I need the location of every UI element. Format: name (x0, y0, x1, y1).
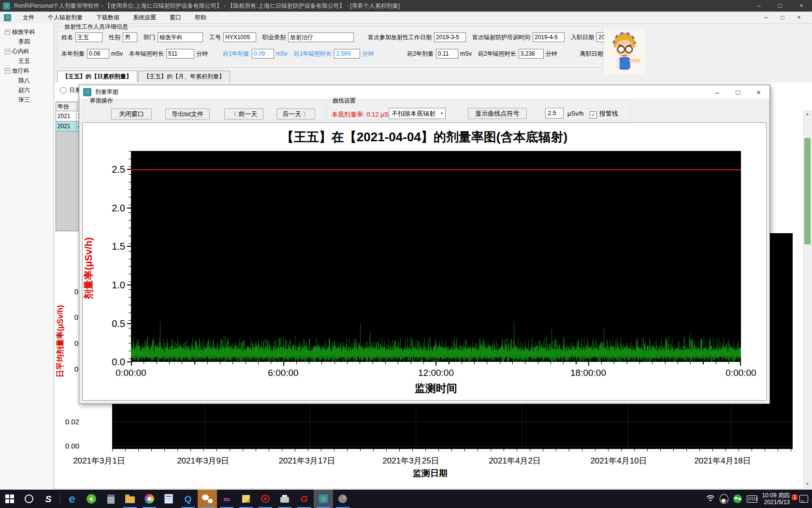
tree-label[interactable]: 核医学科 (12, 28, 35, 36)
bg-xtick-date: 2021年3月25日 (370, 455, 452, 466)
tab-month-year-cumulative-dose[interactable]: 【王五】的【月、年累积剂量】 (138, 71, 230, 82)
collapse-icon[interactable] (5, 49, 10, 54)
background-subtract-dropdown[interactable]: 不扣除本底辐射 (389, 108, 446, 119)
dialog-maximize-button[interactable]: □ (736, 88, 740, 96)
qq-browser-button[interactable]: Q (178, 490, 198, 508)
radio-icon[interactable] (60, 87, 67, 94)
child-restore-button[interactable]: □ (776, 14, 789, 21)
calculator-button[interactable] (101, 490, 120, 508)
dev-tool-button[interactable]: ∞ (217, 490, 236, 508)
collapse-icon[interactable] (5, 68, 10, 74)
year-exposure-input[interactable]: 511 (166, 49, 194, 59)
tab-strip: 【王五】的【日累积剂量】 【王五】的【月、年累积剂量】 (57, 72, 231, 82)
folder-icon (125, 496, 135, 503)
collapse-icon[interactable] (5, 30, 10, 35)
tree-node-dept[interactable]: 心内科 (0, 46, 54, 56)
tree-label[interactable]: 心内科 (12, 47, 29, 56)
dialog-titlebar[interactable]: R 剂量率图 – □ × (79, 85, 769, 99)
job-category-input[interactable]: 放射治疗 (288, 32, 354, 42)
menu-help[interactable]: 帮助 (188, 12, 213, 23)
name-input[interactable]: 王五 (75, 32, 102, 42)
alarm-threshold-input[interactable]: 2.5 (545, 108, 564, 119)
cortana-button[interactable] (19, 490, 39, 508)
menu-system-settings[interactable]: 系统设置 (126, 12, 163, 23)
window-title: RenRiPersonal个人剂量管理软件 - 【使用单位:上海仁日辐射防护设备… (14, 2, 400, 10)
xtick: 6:00:00 (254, 368, 312, 378)
first-work-date-input[interactable]: 2019-3-5 (434, 32, 466, 42)
snipping-button[interactable]: S (39, 490, 58, 508)
media-button[interactable] (140, 490, 159, 508)
first-training-date-input[interactable]: 2019-4-5 (533, 32, 565, 42)
keyboard-icon[interactable] (747, 495, 757, 503)
taskbar-separator (60, 493, 60, 504)
paint-button[interactable] (333, 490, 352, 508)
tree-node-person[interactable]: 赵六 (0, 85, 54, 95)
prev2-exposure-input[interactable]: 3,238 (519, 49, 544, 59)
vertical-scrollbar[interactable]: ▲ ▼ (803, 110, 812, 488)
prev2-dose-input[interactable]: 0.11 (436, 49, 458, 59)
tree-label[interactable]: 王五 (18, 57, 30, 65)
clock-date: 2021/5/13 (762, 499, 790, 506)
tree-node-dept[interactable]: 核医学科 (0, 27, 54, 37)
menu-download-data[interactable]: 下载数据 (89, 12, 126, 23)
group-title: 界面操作 (88, 97, 115, 105)
child-minimize-button[interactable]: – (760, 14, 772, 21)
paint-icon (338, 494, 347, 503)
dialog-minimize-button[interactable]: – (715, 88, 719, 96)
prev1-exposure-input[interactable]: 2,569 (334, 49, 360, 59)
start-button[interactable] (0, 490, 19, 508)
scrollbar-thumb[interactable] (804, 138, 811, 244)
worker-id-input[interactable]: HYX1005 (223, 32, 256, 42)
g-tool-button[interactable]: G (294, 490, 314, 508)
edge-button[interactable]: e (62, 490, 82, 508)
child-close-button[interactable]: × (793, 14, 805, 21)
tree-node-dept[interactable]: 放疗科 (0, 66, 54, 75)
menu-file[interactable]: 文件 (16, 12, 41, 23)
renri-icon: R (319, 494, 328, 503)
qq-tray-icon[interactable] (720, 494, 728, 504)
renri-app-button[interactable]: R (314, 490, 333, 508)
action-center-icon[interactable] (799, 495, 808, 503)
tree-label[interactable]: 陈八 (18, 76, 30, 85)
previous-day-button[interactable]: 〈 前一天 (224, 108, 263, 120)
show-curve-points-button[interactable]: 显示曲线点符号 (468, 108, 527, 119)
alarm-line-checkbox[interactable]: ✓报警线 (590, 109, 618, 119)
export-txt-button[interactable]: 导出txt文件 (165, 108, 210, 120)
wifi-icon[interactable] (706, 494, 715, 503)
scroll-up-icon[interactable]: ▲ (804, 112, 811, 116)
browser-360-button[interactable]: e (82, 490, 101, 508)
year-dose-input[interactable]: 0.06 (87, 49, 109, 59)
wechat-tray-icon[interactable] (733, 494, 742, 503)
gender-input[interactable]: 男 (123, 32, 137, 42)
dialog-close-button[interactable]: × (756, 88, 761, 96)
next-day-button[interactable]: 后一天 〉 (276, 108, 315, 120)
tree-label[interactable]: 张三 (18, 96, 30, 104)
tree-label[interactable]: 放疗科 (12, 67, 29, 75)
print-tool-button[interactable] (275, 490, 294, 508)
department-input[interactable]: 核医学科 (158, 32, 203, 42)
close-window-button[interactable]: 关闭窗口 (111, 108, 152, 120)
prev1-dose-input[interactable]: 0.09 (252, 49, 274, 59)
system-button[interactable] (159, 490, 178, 508)
scroll-down-icon[interactable]: ▼ (804, 482, 811, 486)
field-first-work-date: 首次参加放射性工作日期2019-3-5 (368, 32, 466, 42)
tree-node-person[interactable]: 李四 (0, 37, 54, 46)
minimize-button[interactable]: – (748, 0, 769, 12)
menu-personal-dose[interactable]: 个人辐射剂量 (41, 12, 89, 23)
table-header-year[interactable]: 年份 (56, 102, 77, 111)
tree-node-person[interactable]: 王五 (0, 56, 54, 66)
wechat-button[interactable] (198, 490, 217, 508)
sticky-notes-button[interactable] (236, 490, 256, 508)
maximize-button[interactable]: □ (769, 0, 791, 12)
taskbar-clock[interactable]: 10:09 周四 2021/5/13 (762, 492, 790, 506)
tree-node-person[interactable]: 张三 (0, 95, 54, 105)
tree-label[interactable]: 赵六 (18, 86, 30, 94)
close-button[interactable]: × (791, 0, 812, 12)
tree-node-person[interactable]: 陈八 (0, 75, 54, 85)
tree-label[interactable]: 李四 (18, 38, 30, 46)
file-explorer-button[interactable] (120, 490, 140, 508)
tab-daily-cumulative-dose[interactable]: 【王五】的【日累积剂量】 (57, 71, 137, 82)
menu-window[interactable]: 窗口 (163, 12, 188, 23)
checkbox-icon[interactable]: ✓ (590, 111, 597, 119)
seal-tool-button[interactable] (256, 490, 275, 508)
